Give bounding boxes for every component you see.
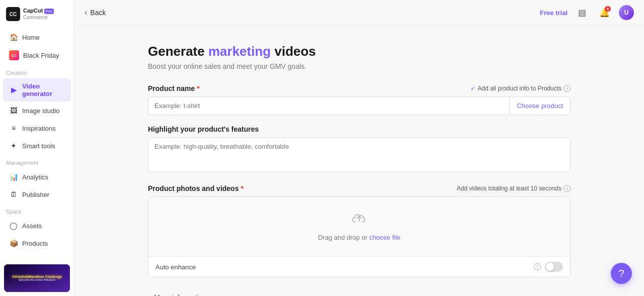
upload-text: Drag and drop or choose file bbox=[318, 234, 400, 241]
highlight-textarea[interactable] bbox=[148, 137, 571, 172]
auto-enhance-toggle[interactable] bbox=[545, 262, 563, 272]
title-prefix: Generate bbox=[148, 44, 208, 59]
image-studio-icon: 🖼 bbox=[9, 106, 18, 115]
sidebar-item-video-generator-label: Video generator bbox=[22, 82, 65, 97]
highlight-label: Highlight your product's features bbox=[148, 125, 259, 133]
more-info-row[interactable]: › More information bbox=[148, 287, 571, 296]
sidebar-item-image-studio-label: Image studio bbox=[22, 107, 59, 115]
creation-section-label: Creation bbox=[0, 65, 74, 78]
highlight-group: Highlight your product's features bbox=[148, 125, 571, 174]
photos-videos-group: Product photos and videos * Add videos t… bbox=[148, 184, 571, 277]
sidebar-item-video-generator[interactable]: ▶ Video generator bbox=[3, 78, 71, 102]
topbar-right: Free trial ▤ 🔔 4 U bbox=[540, 5, 634, 20]
sidebar-item-home[interactable]: 🏠 Home bbox=[3, 29, 71, 46]
product-name-group: Product name * ✓ Add all product info to… bbox=[148, 84, 571, 115]
sidebar-item-assets[interactable]: ◯ Assets bbox=[3, 217, 71, 234]
avatar[interactable]: U bbox=[619, 5, 634, 20]
banner-line2: $20,000 IN CASH PRIZES! bbox=[19, 278, 55, 281]
product-name-required: * bbox=[197, 84, 199, 92]
logo-icon: CC bbox=[6, 7, 20, 21]
page-subtitle: Boost your online sales and meet your GM… bbox=[148, 62, 571, 70]
sidebar-item-image-studio[interactable]: 🖼 Image studio bbox=[3, 102, 71, 119]
title-highlight: marketing bbox=[208, 44, 271, 59]
home-icon: 🏠 bbox=[9, 33, 18, 42]
sidebar-item-black-friday-label: Black Friday bbox=[23, 52, 59, 59]
chevron-right-icon: › bbox=[148, 294, 150, 296]
sidebar-item-smart-tools[interactable]: ✦ Smart tools bbox=[3, 137, 71, 154]
sidebar-banner[interactable]: #ViralAddMarathon Challenge $20,000 IN C… bbox=[4, 264, 70, 292]
product-name-label: Product name bbox=[148, 84, 195, 92]
smart-tools-icon: ✦ bbox=[9, 141, 18, 150]
sidebar-item-products[interactable]: 📦 Products bbox=[3, 235, 71, 252]
product-name-info-icon[interactable]: i bbox=[564, 85, 571, 92]
banner-line1: #ViralAddMarathon Challenge bbox=[12, 275, 62, 278]
product-name-input-row: Choose product bbox=[148, 96, 571, 115]
photos-videos-label-row: Product photos and videos * Add videos t… bbox=[148, 184, 571, 192]
help-icon: ? bbox=[618, 268, 624, 279]
photos-videos-right: Add videos totaling at least 10 seconds … bbox=[457, 185, 571, 192]
back-button[interactable]: ‹ Back bbox=[85, 8, 106, 17]
sidebar-item-black-friday[interactable]: 🏷 Black Friday bbox=[3, 46, 71, 64]
upload-zone[interactable]: Drag and drop or choose file bbox=[148, 197, 570, 256]
publisher-icon: 🗓 bbox=[9, 190, 18, 199]
auto-enhance-label: Auto enhance bbox=[155, 263, 530, 271]
sidebar-item-home-label: Home bbox=[22, 34, 40, 41]
logo-name: CapCut bbox=[23, 8, 43, 14]
banner-bg: #ViralAddMarathon Challenge $20,000 IN C… bbox=[4, 264, 70, 292]
sidebar: CC CapCut Pro Commerce 🏠 Home 🏷 Black Fr… bbox=[0, 0, 74, 296]
space-section-label: Space bbox=[0, 204, 74, 217]
toggle-thumb bbox=[546, 263, 554, 271]
photos-videos-hint: Add videos totaling at least 10 seconds bbox=[457, 185, 561, 192]
sidebar-item-publisher[interactable]: 🗓 Publisher bbox=[3, 186, 71, 203]
management-section-label: Management bbox=[0, 155, 74, 168]
video-generator-icon: ▶ bbox=[9, 85, 18, 94]
choose-product-button[interactable]: Choose product bbox=[509, 97, 570, 115]
layout-icon[interactable]: ▤ bbox=[575, 5, 590, 20]
logo-sub: Commerce bbox=[23, 15, 54, 21]
auto-enhance-row: Auto enhance i bbox=[148, 256, 570, 277]
photos-videos-info-icon[interactable]: i bbox=[564, 185, 571, 192]
logo-badge: Pro bbox=[44, 9, 53, 14]
upload-area: Drag and drop or choose file Auto enhanc… bbox=[148, 196, 571, 277]
back-arrow-icon: ‹ bbox=[85, 8, 87, 17]
photos-videos-label: Product photos and videos bbox=[148, 184, 238, 192]
sidebar-item-assets-label: Assets bbox=[22, 222, 42, 230]
sidebar-item-analytics-label: Analytics bbox=[22, 173, 48, 181]
free-trial-button[interactable]: Free trial bbox=[540, 9, 568, 17]
upload-cloud-icon bbox=[351, 212, 367, 230]
sidebar-item-publisher-label: Publisher bbox=[22, 191, 49, 199]
sidebar-nav: 🏠 Home 🏷 Black Friday Creation ▶ Video g… bbox=[0, 26, 74, 260]
analytics-icon: 📊 bbox=[9, 172, 18, 181]
auto-enhance-info-icon[interactable]: i bbox=[534, 263, 541, 270]
check-icon: ✓ bbox=[470, 85, 475, 92]
photos-videos-required: * bbox=[240, 184, 243, 192]
sidebar-item-smart-tools-label: Smart tools bbox=[22, 142, 55, 150]
black-friday-icon: 🏷 bbox=[9, 50, 19, 60]
sidebar-item-inspirations[interactable]: ≡ Inspirations bbox=[3, 120, 71, 137]
product-name-label-row: Product name * ✓ Add all product info to… bbox=[148, 84, 571, 92]
page-title: Generate marketing videos bbox=[148, 44, 571, 59]
product-name-right: ✓ Add all product info to Products i bbox=[470, 85, 571, 92]
product-name-input[interactable] bbox=[148, 97, 509, 115]
topbar: ‹ Back Free trial ▤ 🔔 4 U bbox=[74, 0, 644, 26]
notification-badge: 4 bbox=[605, 6, 611, 12]
highlight-label-row: Highlight your product's features bbox=[148, 125, 571, 133]
assets-icon: ◯ bbox=[9, 221, 18, 230]
more-info-label: More information bbox=[154, 293, 207, 296]
inspirations-icon: ≡ bbox=[9, 124, 18, 133]
sidebar-item-inspirations-label: Inspirations bbox=[22, 125, 55, 132]
sidebar-item-products-label: Products bbox=[22, 240, 48, 247]
choose-file-link[interactable]: choose file bbox=[369, 234, 400, 241]
products-icon: 📦 bbox=[9, 239, 18, 248]
title-suffix: videos bbox=[271, 44, 316, 59]
logo: CC CapCut Pro Commerce bbox=[0, 0, 74, 26]
product-name-add-info: Add all product info to Products bbox=[477, 85, 561, 92]
main-content: ‹ Back Free trial ▤ 🔔 4 U Generate marke… bbox=[74, 0, 644, 296]
sidebar-item-analytics[interactable]: 📊 Analytics bbox=[3, 168, 71, 185]
page-content: Generate marketing videos Boost your onl… bbox=[108, 26, 611, 296]
back-label: Back bbox=[90, 9, 106, 17]
notification-icon[interactable]: 🔔 4 bbox=[597, 5, 612, 20]
help-button[interactable]: ? bbox=[611, 263, 632, 284]
